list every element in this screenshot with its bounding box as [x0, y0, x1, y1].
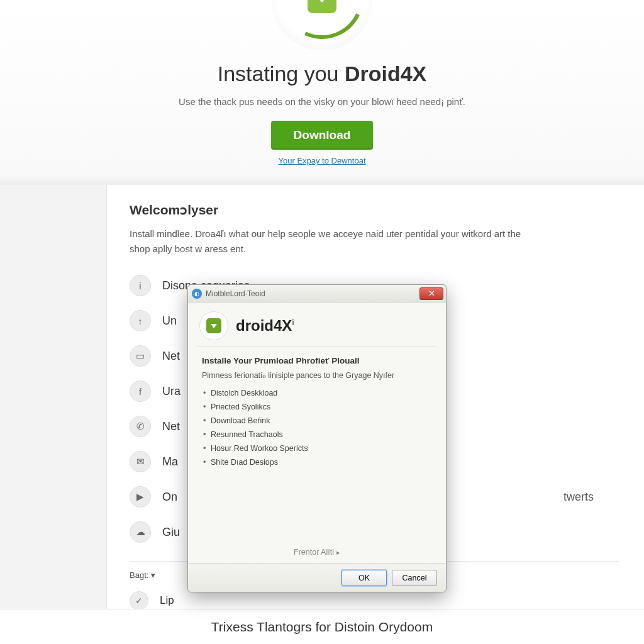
dialog-bullet: Resunned Trachaols — [211, 428, 432, 441]
list-item-label: Net — [162, 350, 180, 363]
welcome-heading: Welcomɔlyser — [130, 203, 619, 218]
dialog-bullet: Download Beŕink — [211, 414, 432, 428]
dialog-favicon: ◐ — [192, 289, 202, 299]
upload-icon: ↑ — [130, 310, 151, 331]
dialog-body: Installe Your Prumload Phrofieť Plouall … — [188, 347, 446, 548]
dialog-brand: droid4Xî — [188, 303, 446, 347]
cloud-icon: ☁ — [130, 521, 151, 543]
dialog-bullet-list: Distolch Deskkload Priected Syolikcs Dow… — [202, 386, 432, 469]
list-item-label: Ura — [162, 385, 180, 398]
dialog-bullet: Shite Dıad Desiops — [211, 455, 432, 469]
alt-download-link[interactable]: Your Expay to Dewntoat — [0, 156, 644, 165]
check-icon: ✓ — [130, 591, 148, 610]
dialog-logo-icon — [199, 311, 228, 340]
installer-dialog: ◐ MiotbleLord·Teoid ✕ droid4Xî Installe … — [187, 284, 447, 592]
dialog-next-link[interactable]: Frentor Alíti ▸ — [188, 548, 446, 563]
list-item-label: Ma — [162, 455, 178, 469]
dialog-titlebar[interactable]: ◐ MiotbleLord·Teoid ✕ — [188, 285, 446, 303]
cancel-button[interactable]: Cancel — [392, 570, 437, 586]
dialog-brand-name: droid4Xî — [236, 317, 294, 335]
hero-headline: Instating you Droid4X — [0, 62, 644, 86]
ok-button[interactable]: OK — [341, 570, 387, 586]
mail-icon: ✉ — [130, 451, 151, 472]
play-icon: ▶ — [130, 486, 151, 508]
dialog-bullet: Priected Syolikcs — [211, 400, 432, 414]
hero-headline-product: Droid4X — [345, 62, 426, 86]
close-icon[interactable]: ✕ — [419, 287, 443, 300]
phone-icon: ✆ — [130, 416, 151, 437]
hero-section: 2 Instating you Droid4X Use the thack pu… — [0, 0, 644, 185]
footer-bar: Trixess Tlantogrs for Distoin Orydoom — [0, 609, 644, 644]
dialog-bullet: Distolch Deskkload — [211, 386, 432, 400]
dialog-bullet: Hosur Red Workoo Spericts — [211, 441, 432, 455]
info-icon: i — [130, 275, 151, 296]
list-item-label: Un — [162, 314, 177, 328]
chevron-right-icon: ▸ — [336, 548, 340, 557]
list-item-label: Giu — [162, 526, 180, 539]
list-item-label: Lip — [160, 594, 174, 607]
dialog-desc: Pimness ferionatiℴ linisiple pances to t… — [202, 370, 432, 380]
dialog-title: MiotbleLord·Teoid — [206, 289, 419, 298]
dialog-heading: Installe Your Prumload Phrofieť Plouall — [202, 356, 432, 365]
hero-headline-prefix: Instating you — [218, 62, 345, 86]
app-logo: 2 — [272, 0, 372, 50]
list-item-label: Net — [162, 420, 180, 433]
dialog-next-label: Frentor Alíti — [294, 548, 334, 557]
folder-icon: ▭ — [130, 345, 151, 367]
footer-text: Trixess Tlantogrs for Distoin Orydoom — [211, 619, 433, 635]
dialog-button-bar: OK Cancel — [188, 563, 446, 592]
list-item-label: On — [162, 491, 177, 504]
hero-subtext: Use the thack pus needs on the visky on … — [0, 96, 644, 107]
left-gutter — [0, 185, 107, 644]
facebook-icon: f — [130, 380, 151, 402]
download-button[interactable]: Download — [271, 121, 374, 150]
welcome-intro: Install mindlee. Droa4ľı what our help s… — [130, 226, 538, 257]
list-item-trail: twerts — [564, 491, 594, 504]
